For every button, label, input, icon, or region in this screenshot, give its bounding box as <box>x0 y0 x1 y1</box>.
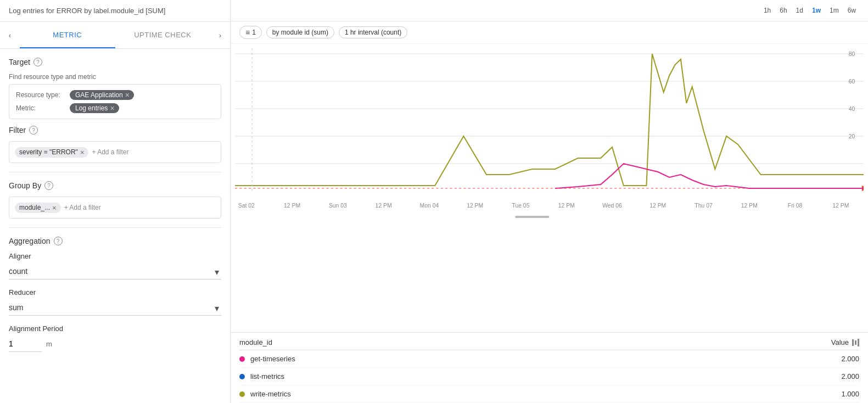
group-by-section-header: Group By ? <box>9 181 221 190</box>
legend-table: module_id Value get-timeseries <box>231 332 868 403</box>
legend-column-header: module_id <box>239 338 272 346</box>
time-btn-6h[interactable]: 6h <box>776 4 790 16</box>
svg-text:40: 40 <box>849 106 855 112</box>
find-resource-label: Find resource type and metric <box>9 73 221 81</box>
tab-next-button[interactable]: › <box>210 22 230 48</box>
time-btn-1d[interactable]: 1d <box>793 4 807 16</box>
time-btn-6w[interactable]: 6w <box>844 4 859 16</box>
svg-text:20: 20 <box>849 133 855 139</box>
filter-pill-count-label: 1 <box>252 29 256 36</box>
chart-area: Sat 02 12 PM Sun 03 12 PM Mon 04 12 PM T… <box>231 44 868 403</box>
alignment-period-input[interactable] <box>9 336 42 352</box>
legend-row-0[interactable]: get-timeseries 2.000 <box>239 350 859 368</box>
svg-text:Thu 07: Thu 07 <box>695 203 713 209</box>
filter-help-icon[interactable]: ? <box>29 126 38 135</box>
tab-prev-button[interactable]: ‹ <box>0 22 20 48</box>
legend-name-0: get-timeseries <box>250 355 295 363</box>
legend-header: module_id Value <box>239 333 859 350</box>
filter-pill-module[interactable]: by module id (sum) <box>266 26 334 38</box>
reducer-label: Reducer <box>9 288 221 296</box>
metric-row: Metric: Log entries × <box>16 103 214 113</box>
resource-box: Resource type: GAE Application × Metric:… <box>9 84 221 119</box>
panel-content: Target ? Find resource type and metric R… <box>0 49 230 403</box>
metric-chip[interactable]: Log entries × <box>70 103 119 113</box>
tab-metric[interactable]: METRIC <box>20 22 115 48</box>
svg-text:12 PM: 12 PM <box>284 203 300 209</box>
group-by-add-filter[interactable]: + Add a filter <box>64 204 101 211</box>
filter-lines-icon: ≡ <box>245 28 250 37</box>
legend-name-2: write-metrics <box>250 390 291 398</box>
svg-rect-26 <box>515 216 549 218</box>
aligner-label: Aligner <box>9 252 221 260</box>
alignment-period-row: m <box>9 336 221 352</box>
group-by-box[interactable]: module_... × + Add a filter <box>9 197 221 219</box>
alignment-period-label: Alignment Period <box>9 324 221 333</box>
metric-chip-close[interactable]: × <box>110 104 114 112</box>
filter-pill-interval-label: 1 hr interval (count) <box>345 29 401 36</box>
target-section-header: Target ? <box>9 58 221 66</box>
alignment-unit: m <box>46 340 52 348</box>
filter-pill-count[interactable]: ≡ 1 <box>239 26 262 39</box>
time-btn-1m[interactable]: 1m <box>826 4 842 16</box>
right-panel: 1h 6h 1d 1w 1m 6w ≡ 1 by module id (sum)… <box>231 0 868 403</box>
time-btn-1w[interactable]: 1w <box>809 4 824 16</box>
metric-label: Metric: <box>16 104 65 112</box>
chart-filters: ≡ 1 by module id (sum) 1 hr interval (co… <box>231 21 868 44</box>
divider-2 <box>9 227 221 228</box>
filter-section-header: Filter ? <box>9 126 221 135</box>
panel-title: Log entries for ERROR by label.module_id… <box>0 0 230 22</box>
add-filter-button[interactable]: + Add a filter <box>92 148 128 156</box>
svg-text:Sat 02: Sat 02 <box>238 203 255 209</box>
filter-box[interactable]: severity = "ERROR" × + Add a filter <box>9 141 221 163</box>
legend-dot-0 <box>239 356 245 362</box>
svg-text:12 PM: 12 PM <box>467 203 483 209</box>
group-by-help-icon[interactable]: ? <box>44 181 53 190</box>
svg-text:12 PM: 12 PM <box>558 203 575 209</box>
svg-text:Fri 08: Fri 08 <box>788 203 803 209</box>
aggregation-help-icon[interactable]: ? <box>54 237 63 245</box>
reducer-select-wrapper: sum mean min max count ▾ <box>9 300 221 316</box>
svg-text:12 PM: 12 PM <box>649 203 666 209</box>
svg-text:80: 80 <box>849 51 855 57</box>
svg-text:Mon 04: Mon 04 <box>420 203 439 209</box>
severity-filter-close[interactable]: × <box>80 148 85 156</box>
legend-value-0: 2.000 <box>841 355 859 363</box>
filter-pill-interval[interactable]: 1 hr interval (count) <box>339 26 407 38</box>
svg-text:12 PM: 12 PM <box>741 203 758 209</box>
legend-row-2[interactable]: write-metrics 1.000 <box>239 385 859 403</box>
filter-pill-module-label: by module id (sum) <box>272 29 328 36</box>
cols-bar-3 <box>858 339 859 346</box>
legend-name-1: list-metrics <box>250 372 284 380</box>
chart-container: Sat 02 12 PM Sun 03 12 PM Mon 04 12 PM T… <box>231 44 868 332</box>
legend-dot-1 <box>239 374 245 379</box>
target-help-icon[interactable]: ? <box>33 58 42 66</box>
chart-svg: Sat 02 12 PM Sun 03 12 PM Mon 04 12 PM T… <box>235 48 864 219</box>
svg-text:Sun 03: Sun 03 <box>329 203 347 209</box>
tab-uptime-check[interactable]: UPTIME CHECK <box>115 22 211 48</box>
group-by-chip[interactable]: module_... × <box>15 203 61 213</box>
legend-value-2: 1.000 <box>841 390 859 398</box>
svg-text:60: 60 <box>849 79 855 85</box>
aligner-select[interactable]: count sum mean min max <box>9 264 221 279</box>
tab-bar: ‹ METRIC UPTIME CHECK › <box>0 22 230 49</box>
chart-toolbar: 1h 6h 1d 1w 1m 6w <box>231 0 868 21</box>
legend-row-1[interactable]: list-metrics 2.000 <box>239 368 859 385</box>
svg-text:Tue 05: Tue 05 <box>512 203 529 209</box>
resource-type-chip-close[interactable]: × <box>125 91 130 99</box>
time-btn-1h[interactable]: 1h <box>760 4 774 16</box>
svg-text:12 PM: 12 PM <box>376 203 392 209</box>
legend-dot-2 <box>239 391 245 397</box>
resource-type-chip[interactable]: GAE Application × <box>70 90 134 100</box>
divider-1 <box>9 172 221 172</box>
columns-icon[interactable] <box>852 339 859 346</box>
severity-filter-chip[interactable]: severity = "ERROR" × <box>15 147 88 158</box>
group-by-chip-close[interactable]: × <box>52 204 57 212</box>
resource-type-label: Resource type: <box>16 91 65 99</box>
cols-bar-2 <box>855 340 856 345</box>
legend-value-header: Value <box>831 338 859 346</box>
time-range-buttons: 1h 6h 1d 1w 1m 6w <box>760 4 859 16</box>
reducer-select[interactable]: sum mean min max count <box>9 300 221 316</box>
aligner-select-wrapper: count sum mean min max ▾ <box>9 264 221 279</box>
legend-value-1: 2.000 <box>841 372 859 380</box>
aggregation-section: Aggregation ? Aligner count sum mean min… <box>9 237 221 352</box>
